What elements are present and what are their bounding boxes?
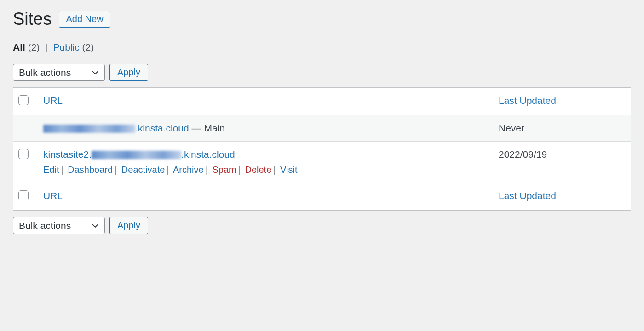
tablenav-bottom: Bulk actions Apply: [13, 217, 631, 234]
column-updated-header[interactable]: Last Updated: [499, 95, 556, 106]
page-title: Sites: [13, 9, 52, 29]
filter-all[interactable]: All (2): [13, 42, 42, 52]
add-new-button[interactable]: Add New: [59, 11, 110, 28]
action-visit[interactable]: Visit: [280, 165, 297, 175]
redacted-segment: [43, 125, 135, 133]
site-url-link[interactable]: .kinsta.cloud: [43, 123, 192, 133]
filter-all-label: All: [13, 42, 25, 52]
row-actions: Edit| Dashboard| Deactivate| Archive| Sp…: [43, 165, 488, 175]
apply-button-bottom[interactable]: Apply: [109, 217, 148, 234]
tablenav-top: Bulk actions Apply: [13, 64, 631, 81]
action-delete[interactable]: Delete: [245, 165, 271, 175]
column-url-footer[interactable]: URL: [43, 190, 63, 201]
apply-button-top[interactable]: Apply: [109, 64, 148, 81]
site-url-suffix: .kinsta.cloud: [135, 123, 189, 133]
action-dashboard[interactable]: Dashboard: [68, 165, 113, 175]
filter-separator: |: [45, 42, 47, 52]
filter-public-label: Public: [53, 42, 80, 52]
site-url-link[interactable]: kinstasite2..kinsta.cloud: [43, 149, 235, 160]
action-archive[interactable]: Archive: [173, 165, 204, 175]
site-url-suffix: .kinsta.cloud: [181, 149, 235, 160]
site-main-badge: — Main: [192, 123, 225, 133]
table-row: kinstasite2..kinsta.cloud Edit| Dashboar…: [13, 142, 631, 183]
table-row: .kinsta.cloud — Main Never: [13, 115, 631, 142]
select-all-bottom-checkbox[interactable]: [18, 190, 29, 200]
filter-all-count: (2): [28, 42, 40, 52]
filter-public-count: (2): [82, 42, 94, 52]
site-url-prefix: kinstasite2.: [43, 149, 92, 160]
action-deactivate[interactable]: Deactivate: [121, 165, 165, 175]
bulk-actions-select-top[interactable]: Bulk actions: [13, 64, 105, 81]
redacted-segment: [92, 151, 181, 159]
action-spam[interactable]: Spam: [212, 165, 236, 175]
select-all-top-checkbox[interactable]: [18, 95, 29, 105]
site-updated-value: 2022/09/19: [499, 149, 547, 160]
filter-public[interactable]: Public (2): [53, 42, 94, 52]
filter-links: All (2) | Public (2): [13, 42, 631, 53]
column-updated-footer[interactable]: Last Updated: [499, 190, 556, 201]
site-updated-value: Never: [499, 123, 524, 133]
column-url-header[interactable]: URL: [43, 95, 63, 106]
row-checkbox[interactable]: [18, 149, 29, 159]
bulk-actions-select-bottom[interactable]: Bulk actions: [13, 217, 105, 234]
action-edit[interactable]: Edit: [43, 165, 59, 175]
sites-table: URL Last Updated .kinsta.cloud — Main Ne…: [13, 87, 631, 211]
